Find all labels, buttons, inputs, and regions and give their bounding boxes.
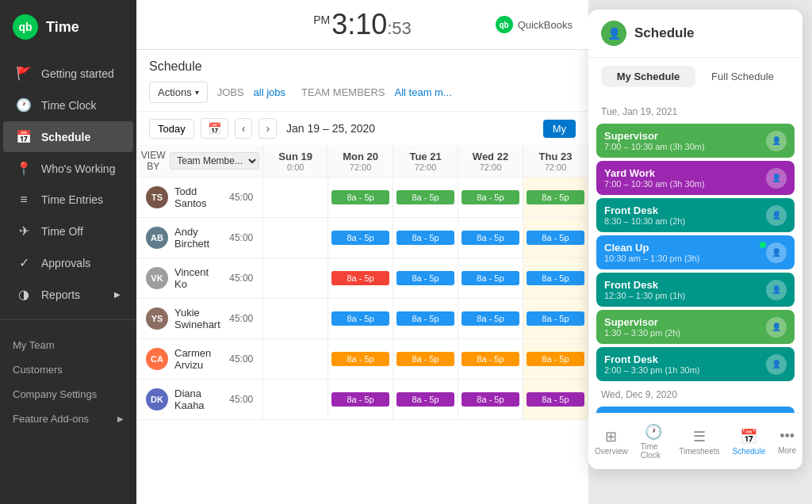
jobs-label: JOBS bbox=[217, 86, 244, 98]
main-content: PM3:10:53 qb QuickBooks Schedule Actions… bbox=[136, 0, 588, 504]
event-clean-up[interactable]: Clean Up 10:30 am – 1:30 pm (3h) 👤 bbox=[596, 235, 795, 269]
sidebar-logo: qb Time bbox=[0, 0, 136, 54]
wed-shift[interactable]: 8a - 5p bbox=[458, 178, 523, 218]
mon-shift[interactable]: 8a - 5p bbox=[328, 339, 393, 380]
schedule-grid-container: VIEW BY Team Membe... Sun 19 0:00 Mon 2 bbox=[136, 145, 588, 504]
date-section-2: Wed, Dec 9, 2020 bbox=[588, 384, 802, 403]
sidebar-item-reports[interactable]: ◑ Reports ▶ bbox=[3, 279, 133, 310]
view-by-select[interactable]: Team Membe... bbox=[170, 152, 259, 170]
flag-icon: 🚩 bbox=[16, 66, 32, 81]
sidebar-item-approvals[interactable]: ✓ Approvals bbox=[3, 247, 133, 278]
member-hours: 45:00 bbox=[229, 273, 253, 284]
calendar-icon: 📅 bbox=[16, 129, 32, 144]
mon-shift[interactable]: 8a - 5p bbox=[328, 218, 393, 258]
event-front-desk-3[interactable]: Front Desk 2:00 – 3:30 pm (1h 30m) 👤 bbox=[596, 347, 795, 381]
nav-overview[interactable]: ⊞ Overview bbox=[588, 425, 634, 459]
mon-shift[interactable]: 8a - 5p bbox=[328, 380, 393, 420]
all-jobs-link[interactable]: all jobs bbox=[254, 86, 285, 98]
tue-shift[interactable]: 8a - 5p bbox=[393, 339, 458, 380]
avatar: 👤 bbox=[766, 205, 787, 226]
tue-shift[interactable]: 8a - 5p bbox=[393, 380, 458, 420]
event-front-desk-2[interactable]: Front Desk 12:30 – 1:30 pm (1h) 👤 bbox=[596, 273, 795, 307]
sidebar-item-company-settings[interactable]: Company Settings bbox=[0, 382, 136, 407]
tab-full-schedule[interactable]: Full Schedule bbox=[695, 66, 790, 87]
nav-schedule[interactable]: 📅 Schedule bbox=[726, 425, 772, 459]
wed-shift[interactable]: 8a - 5p bbox=[458, 258, 523, 299]
actions-button[interactable]: Actions ▾ bbox=[149, 82, 208, 103]
schedule-grid: VIEW BY Team Membe... Sun 19 0:00 Mon 2 bbox=[136, 145, 588, 420]
event-front-desk-1[interactable]: Front Desk 8:30 – 10:30 am (2h) 👤 bbox=[596, 198, 795, 232]
sun-header: Sun 19 0:00 bbox=[263, 145, 328, 178]
mobile-schedule-panel: 👤 Schedule My Schedule Full Schedule Tue… bbox=[588, 10, 802, 469]
event-time: 7:00 – 10:30 am (3h 30m) bbox=[604, 142, 760, 151]
sidebar-item-whos-working[interactable]: 📍 Who's Working bbox=[3, 153, 133, 184]
sidebar-item-my-team[interactable]: My Team bbox=[0, 333, 136, 357]
avatar: CA bbox=[146, 348, 168, 370]
sidebar-item-schedule[interactable]: 📅 Schedule bbox=[3, 121, 133, 152]
event-supervisor-2[interactable]: Supervisor 1:30 – 3:30 pm (2h) 👤 bbox=[596, 310, 795, 344]
time-hours: 3:10 bbox=[331, 8, 387, 40]
quickbooks-link[interactable]: qb QuickBooks bbox=[496, 16, 573, 33]
schedule-toolbar: Actions ▾ JOBS all jobs TEAM MEMBERS All… bbox=[149, 82, 576, 111]
wed-shift[interactable]: 8a - 5p bbox=[458, 339, 523, 380]
nav-time-clock[interactable]: 🕐 Time Clock bbox=[634, 420, 672, 463]
event-time: 8:30 – 10:30 am (2h) bbox=[604, 216, 760, 226]
tue-shift[interactable]: 8a - 5p bbox=[393, 178, 458, 218]
sidebar-item-time-off[interactable]: ✈ Time Off bbox=[3, 216, 133, 246]
event-supervisor-1[interactable]: Supervisor 7:00 – 10:30 am (3h 30m) 👤 bbox=[596, 124, 795, 158]
time-seconds: :53 bbox=[387, 18, 412, 38]
event-info: Front Desk 8:30 – 10:30 am (2h) bbox=[604, 204, 760, 226]
thu-shift[interactable]: 8a - 5p bbox=[523, 178, 588, 218]
actions-label: Actions bbox=[158, 86, 192, 98]
mon-shift[interactable]: 8a - 5p bbox=[328, 299, 393, 339]
sidebar-item-feature-addons[interactable]: Feature Add-ons ▶ bbox=[0, 407, 136, 431]
thu-shift[interactable]: 8a - 5p bbox=[523, 258, 588, 299]
member-name: Diana Kaaha bbox=[174, 388, 223, 411]
chevron-down-icon: ▾ bbox=[195, 88, 199, 97]
sidebar-item-customers[interactable]: Customers bbox=[0, 357, 136, 382]
thu-shift[interactable]: 8a - 5p bbox=[523, 339, 588, 380]
event-time: 1:30 – 3:30 pm (2h) bbox=[604, 328, 760, 338]
sun-shift bbox=[263, 258, 328, 299]
event-info: Front Desk 2:00 – 3:30 pm (1h 30m) bbox=[604, 353, 760, 375]
panel-title: Schedule bbox=[634, 25, 695, 41]
sidebar-item-label: Time Off bbox=[41, 225, 83, 238]
my-schedule-toggle[interactable]: My bbox=[543, 120, 576, 138]
view-by-label: VIEW BY bbox=[140, 150, 167, 172]
mon-shift[interactable]: 8a - 5p bbox=[328, 258, 393, 299]
sidebar-item-getting-started[interactable]: 🚩 Getting started bbox=[3, 58, 133, 89]
event-yard-work[interactable]: Yard Work 7:00 – 10:30 am (3h 30m) 👤 bbox=[596, 161, 795, 195]
thu-shift[interactable]: 8a - 5p bbox=[523, 218, 588, 258]
panel-avatar: 👤 bbox=[601, 21, 626, 46]
sidebar-item-label: Time Entries bbox=[41, 193, 103, 206]
thu-shift[interactable]: 8a - 5p bbox=[523, 299, 588, 339]
calendar-picker-button[interactable]: 📅 bbox=[201, 118, 228, 139]
event-title: Front Desk bbox=[604, 204, 760, 216]
avatar: 👤 bbox=[766, 280, 787, 300]
tab-my-schedule[interactable]: My Schedule bbox=[601, 66, 695, 87]
event-title: Front Desk bbox=[604, 353, 760, 365]
wed-header: Wed 22 72:00 bbox=[458, 145, 523, 178]
wed-shift[interactable]: 8a - 5p bbox=[458, 380, 523, 420]
event-mowing[interactable]: Mowing 7:00 – 10:30 am (3h 30m) 👤 bbox=[596, 407, 795, 413]
avatar: AB bbox=[146, 227, 168, 249]
qb-logo-icon: qb bbox=[496, 16, 513, 33]
mon-shift[interactable]: 8a - 5p bbox=[328, 178, 393, 218]
today-button[interactable]: Today bbox=[149, 119, 194, 139]
all-team-link[interactable]: All team m... bbox=[395, 86, 452, 98]
tue-shift[interactable]: 8a - 5p bbox=[393, 299, 458, 339]
wed-shift[interactable]: 8a - 5p bbox=[458, 218, 523, 258]
nav-more[interactable]: ••• More bbox=[772, 425, 802, 458]
tue-shift[interactable]: 8a - 5p bbox=[393, 218, 458, 258]
member-name: Carmen Arvizu bbox=[174, 347, 223, 371]
next-week-button[interactable]: › bbox=[259, 118, 277, 139]
member-hours: 45:00 bbox=[229, 353, 253, 365]
sidebar-item-time-entries[interactable]: ≡ Time Entries bbox=[3, 185, 133, 215]
wed-shift[interactable]: 8a - 5p bbox=[458, 299, 523, 339]
prev-week-button[interactable]: ‹ bbox=[235, 118, 253, 139]
tue-shift[interactable]: 8a - 5p bbox=[393, 258, 458, 299]
sidebar-item-time-clock[interactable]: 🕐 Time Clock bbox=[3, 90, 133, 120]
thu-shift[interactable]: 8a - 5p bbox=[523, 380, 588, 420]
nav-timesheets[interactable]: ☰ Timesheets bbox=[672, 425, 726, 459]
location-icon: 📍 bbox=[16, 161, 32, 176]
